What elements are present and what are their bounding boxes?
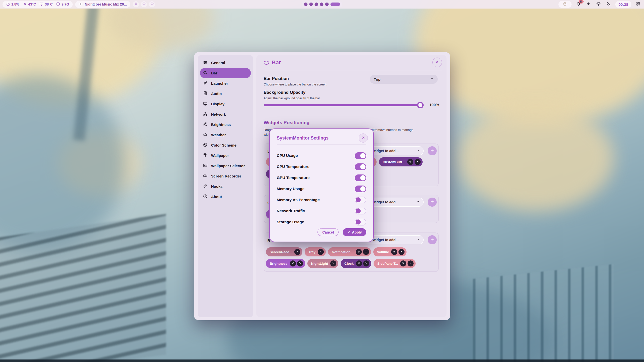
sidebar-item-launcher[interactable]: Launcher [200, 78, 251, 88]
widget-remove-button[interactable] [318, 249, 324, 255]
sidebar-item-label: Network [211, 112, 226, 116]
widget-chip[interactable]: CustomButt... [379, 157, 423, 166]
brightness-button[interactable] [595, 1, 602, 8]
clock[interactable]: 00:28 [615, 1, 631, 8]
close-dialog-button[interactable] [359, 133, 368, 143]
sidebar-item-screen-recorder[interactable]: Screen Recorder [200, 171, 251, 181]
sidebar-item-audio[interactable]: Audio [200, 88, 251, 99]
widget-settings-button[interactable] [407, 159, 413, 165]
widget-chip[interactable]: Clock [341, 259, 371, 268]
slider-track[interactable] [264, 104, 423, 106]
toggle-memory-usage[interactable] [355, 186, 366, 192]
skull-icon-button[interactable] [133, 1, 139, 7]
workspace-dot[interactable] [320, 3, 324, 6]
widget-remove-button[interactable] [363, 249, 369, 255]
dialog-title: SystemMonitor Settings [277, 135, 329, 141]
widget-remove-button[interactable] [363, 260, 369, 266]
toggle-network-traffic[interactable] [355, 208, 366, 214]
widget-remove-button[interactable] [415, 159, 421, 165]
add-widget-button[interactable] [428, 198, 437, 207]
hand-icon [563, 2, 567, 7]
heart-icon-button[interactable] [149, 1, 155, 7]
widget-chip-label: CustomButt... [383, 160, 405, 164]
widget-chip[interactable]: Notification... [328, 247, 371, 256]
widget-chip[interactable]: Tray [305, 247, 326, 256]
chip-row: ScreenReco...TrayNotification...Volume [266, 247, 436, 256]
widget-settings-button[interactable] [356, 260, 362, 266]
sidebar-item-bar[interactable]: Bar [200, 68, 251, 78]
sidebar-item-wallpaper-selector[interactable]: Wallpaper Selector [200, 161, 251, 171]
workspace-dot[interactable] [309, 3, 313, 6]
media-player-pill[interactable]: Nightcore Music Mix 20... [75, 1, 130, 8]
toggle-memory-as-percentage[interactable] [355, 197, 366, 203]
widget-chip[interactable]: NightLight [307, 259, 338, 268]
systemmonitor-settings-dialog: SystemMonitor Settings CPU UsageCPU Temp… [269, 128, 374, 242]
notifications-button[interactable]: 10 [575, 1, 582, 8]
night-light-button[interactable] [605, 1, 612, 8]
widget-settings-button[interactable] [356, 249, 362, 255]
media-title: Nightcore Music Mix 20... [85, 2, 127, 6]
cancel-button[interactable]: Cancel [317, 228, 339, 236]
gear-icon [393, 250, 396, 254]
sidebar-item-label: Wallpaper [211, 153, 229, 158]
workspace-indicator[interactable] [302, 1, 342, 8]
tray-app-button[interactable] [558, 1, 572, 8]
cloud-icon [203, 132, 208, 138]
sidebar-item-color-scheme[interactable]: Color Scheme [200, 140, 251, 150]
pause-icon[interactable] [79, 2, 82, 7]
widget-remove-button[interactable] [330, 260, 336, 266]
workspace-dot[interactable] [325, 3, 329, 6]
stat-value: 43°C [28, 2, 36, 6]
heart-icon [150, 2, 154, 7]
bar-position-dropdown[interactable]: Top [370, 75, 438, 84]
widget-chip-label: Tray [308, 250, 315, 254]
widget-remove-button[interactable] [398, 249, 405, 255]
toggle-storage-usage[interactable] [355, 219, 366, 225]
sidebar-item-wallpaper[interactable]: Wallpaper [200, 150, 251, 161]
widget-chip[interactable]: SidePanelT... [374, 259, 416, 268]
widget-settings-button[interactable] [391, 249, 397, 255]
sidebar-item-hooks[interactable]: Hooks [200, 181, 251, 192]
close-icon [409, 262, 412, 265]
sidebar-item-brightness[interactable]: Brightness [200, 119, 251, 130]
close-icon [365, 250, 368, 254]
widget-remove-button[interactable] [297, 260, 303, 266]
apply-button[interactable]: Apply [343, 228, 366, 236]
volume-button[interactable] [585, 1, 592, 8]
widget-remove-button[interactable] [408, 260, 414, 266]
heart-icon-button[interactable] [141, 1, 147, 7]
workspace-dot[interactable] [304, 3, 308, 6]
sidebar-item-label: Hooks [211, 184, 223, 189]
workspace-active[interactable] [331, 3, 340, 6]
close-settings-button[interactable] [432, 58, 442, 67]
sidebar-item-network[interactable]: Network [200, 109, 251, 119]
plus-icon [430, 199, 434, 205]
apply-label: Apply [352, 230, 362, 234]
toggle-cpu-usage[interactable] [355, 152, 366, 159]
widget-chip[interactable]: ScreenReco... [266, 247, 302, 256]
background-opacity-label: Background Opacity [264, 90, 305, 95]
toggle-gpu-temperature[interactable] [355, 174, 366, 181]
toggle-cpu-temperature[interactable] [355, 163, 366, 170]
speaker-box-icon [203, 91, 208, 96]
rocket-icon [203, 81, 208, 86]
widget-chip[interactable]: Volume [373, 247, 407, 256]
sidebar-item-about[interactable]: About [200, 192, 251, 202]
background-opacity-slider[interactable] [264, 102, 423, 108]
widget-chip-label: NightLight [311, 262, 328, 265]
widget-settings-button[interactable] [400, 260, 406, 266]
slider-thumb[interactable] [417, 102, 424, 108]
widget-remove-button[interactable] [294, 249, 300, 255]
toggle-label: Memory As Percentage [277, 198, 320, 202]
widget-settings-button[interactable] [290, 260, 296, 266]
sidebar-item-weather[interactable]: Weather [200, 130, 251, 140]
workspace-dot[interactable] [315, 3, 318, 6]
add-widget-button[interactable] [428, 146, 437, 155]
sidebar-item-display[interactable]: Display [200, 99, 251, 109]
status-bar-center [302, 0, 342, 9]
widget-chip[interactable]: Brightness [266, 259, 305, 268]
link-icon [203, 184, 208, 189]
sidebar-item-general[interactable]: General [200, 58, 251, 68]
overview-button[interactable] [635, 1, 641, 8]
add-widget-button[interactable] [428, 235, 437, 244]
